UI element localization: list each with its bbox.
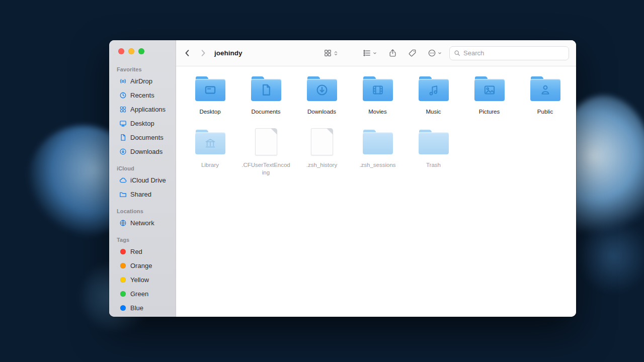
search-icon (454, 50, 460, 56)
main-panel: joehindy (176, 40, 576, 317)
file-item-label: Library (201, 161, 219, 169)
sidebar-item-shared[interactable]: Shared (112, 187, 173, 201)
sidebar-item-red[interactable]: Red (112, 244, 173, 258)
ellipsis-circle-icon (428, 49, 436, 57)
tag-color-dot (120, 277, 126, 283)
sidebar-item-icloud-drive[interactable]: iCloud Drive (112, 173, 173, 187)
sidebar-item-orange[interactable]: Orange (112, 258, 173, 273)
close-button[interactable] (118, 48, 124, 54)
back-button[interactable] (183, 49, 192, 57)
monitor-icon (204, 83, 217, 97)
cloud-icon (119, 176, 127, 184)
window-controls (109, 40, 176, 59)
sidebar-item-recents[interactable]: Recents (112, 88, 173, 102)
sidebar-section-title-icloud: iCloud (117, 165, 176, 171)
file-item-label: Downloads (307, 108, 336, 116)
sidebar-item-label: Desktop (130, 120, 154, 127)
tags-button[interactable] (408, 49, 417, 57)
sidebar-item-downloads[interactable]: Downloads (112, 144, 173, 158)
note-icon (427, 83, 440, 97)
chevron-down-icon (372, 51, 377, 56)
file-item-label: Movies (368, 108, 386, 116)
sidebar-item-desktop[interactable]: Desktop (112, 116, 173, 130)
folder-icon (419, 127, 449, 157)
sidebar-item-documents[interactable]: Documents (112, 130, 173, 144)
folder-icon (474, 73, 505, 104)
sidebar-item-label: Yellow (130, 276, 149, 284)
toolbar: joehindy (176, 40, 576, 66)
sidebar-item-network[interactable]: Network (112, 216, 173, 230)
page-fold (271, 128, 277, 135)
file-item-public[interactable]: Public (517, 73, 573, 116)
file-item-music[interactable]: Music (406, 73, 461, 116)
zoom-button[interactable] (138, 48, 144, 54)
file-icon (311, 127, 333, 157)
sidebar-item-label: Network (130, 219, 154, 227)
tag-color-dot (120, 305, 126, 311)
file-item-desktop[interactable]: Desktop (182, 73, 238, 116)
sidebar-item-label: Recents (130, 92, 154, 99)
finder-window: FavoritesAirDropRecentsApplicationsDeskt… (109, 40, 576, 317)
minimize-button[interactable] (128, 48, 134, 54)
tag-color-dot (120, 263, 126, 268)
group-menu[interactable] (363, 49, 377, 57)
person-icon (539, 83, 552, 97)
bank-icon (204, 137, 217, 150)
file-item-documents[interactable]: Documents (238, 73, 294, 116)
sidebar-item-yellow[interactable]: Yellow (112, 273, 173, 287)
file-item-label: Public (537, 108, 553, 116)
file-item-cfusertextencoding[interactable]: .CFUserTextEncoding (238, 127, 294, 176)
file-item-zsh-sessions[interactable]: .zsh_sessions (350, 127, 406, 176)
file-icon (255, 127, 277, 157)
download-icon (119, 148, 127, 155)
file-item-zsh-history[interactable]: .zsh_history (294, 127, 350, 176)
folder-icon (195, 127, 225, 157)
sidebar-item-airdrop[interactable]: AirDrop (112, 74, 173, 88)
view-switcher[interactable] (324, 49, 339, 57)
group-by-icon (363, 49, 371, 57)
sidebar-item-green[interactable]: Green (112, 287, 173, 301)
sidebar-section-title-locations: Locations (117, 208, 176, 214)
wallpaper-art (579, 216, 644, 297)
folder-icon (530, 73, 560, 104)
sidebar-sections: FavoritesAirDropRecentsApplicationsDeskt… (109, 66, 176, 315)
file-item-label: Pictures (479, 108, 500, 116)
sidebar-item-applications[interactable]: Applications (112, 102, 173, 116)
file-item-downloads[interactable]: Downloads (294, 73, 350, 116)
folder-icon (307, 73, 337, 104)
sidebar-item-label: Blue (130, 304, 143, 312)
tag-color-dot (120, 291, 126, 297)
file-item-pictures[interactable]: Pictures (461, 73, 517, 116)
document-icon (119, 134, 127, 141)
desktop-icon (119, 120, 127, 127)
sidebar-item-label: AirDrop (130, 77, 152, 85)
share-button[interactable] (388, 49, 397, 57)
sidebar-item-label: iCloud Drive (130, 176, 166, 184)
sidebar-item-label: Green (130, 290, 148, 298)
search-input[interactable] (463, 49, 565, 57)
sidebar: FavoritesAirDropRecentsApplicationsDeskt… (109, 40, 176, 317)
more-actions-button[interactable] (428, 49, 442, 57)
airdrop-icon (119, 77, 127, 85)
page-fold (327, 128, 333, 135)
sidebar-section-title-favorites: Favorites (117, 66, 176, 72)
clock-icon (119, 92, 127, 99)
file-item-label: Desktop (199, 108, 220, 116)
file-item-library[interactable]: Library (182, 127, 238, 176)
search-field[interactable] (449, 46, 569, 60)
window-title: joehindy (214, 49, 243, 57)
download-icon (315, 83, 329, 97)
sidebar-section-title-tags: Tags (117, 237, 176, 243)
file-item-label: .zsh_sessions (359, 161, 395, 169)
sidebar-item-blue[interactable]: Blue (112, 301, 173, 315)
sidebar-item-label: Orange (130, 262, 152, 269)
chevron-down-icon (437, 51, 442, 56)
file-item-label: .zsh_history (306, 161, 337, 169)
file-item-label: Music (426, 108, 441, 116)
file-item-trash[interactable]: Trash (406, 127, 461, 176)
sidebar-item-label: Downloads (130, 148, 163, 155)
forward-button[interactable] (199, 49, 207, 57)
file-item-movies[interactable]: Movies (350, 73, 406, 116)
folder-icon (363, 127, 393, 157)
file-grid: DesktopDocumentsDownloadsMoviesMusicPict… (176, 66, 576, 317)
